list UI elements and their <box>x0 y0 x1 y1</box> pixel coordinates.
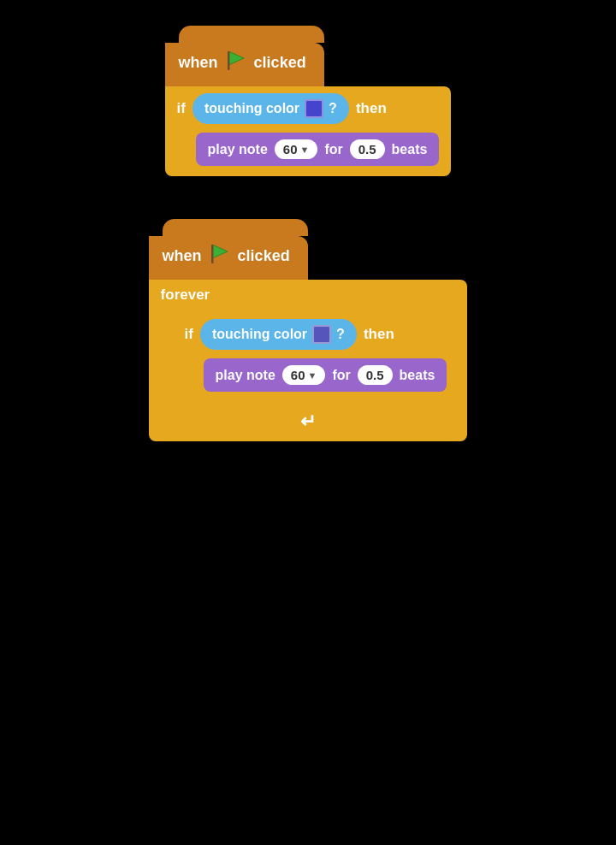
beats-value-1[interactable]: 0.5 <box>350 139 385 159</box>
forever-label-row: forever <box>149 280 468 310</box>
then-label-1: then <box>356 100 387 117</box>
beats-label-2: beats <box>400 368 435 383</box>
hat-block-1[interactable]: when clicked <box>165 26 324 86</box>
forever-end: ↵ <box>149 402 468 441</box>
clicked-label-2: clicked <box>238 247 290 265</box>
play-label-2: play note <box>216 368 275 383</box>
loop-arrow-icon: ↵ <box>300 411 316 433</box>
if-label-1: if <box>177 100 186 117</box>
hat-main-1: when clicked <box>165 43 324 86</box>
when-label-2: when <box>163 247 202 265</box>
then-label-2: then <box>364 326 394 343</box>
touching-label-1: touching color <box>204 101 299 116</box>
svg-marker-0 <box>228 51 244 65</box>
if-label-2: if <box>185 326 193 343</box>
forever-outer-2: forever if touching color ? then <box>149 280 468 441</box>
beats-label-1: beats <box>392 142 428 157</box>
green-flag-icon-2 <box>209 243 231 269</box>
hat-block-2[interactable]: when clicked <box>149 219 308 280</box>
touching-color-block-2[interactable]: touching color ? <box>200 319 357 350</box>
hat-bump-1 <box>179 26 324 43</box>
if-row-1: if touching color ? then <box>165 86 452 131</box>
play-label-1: play note <box>208 142 268 157</box>
svg-marker-2 <box>212 245 228 258</box>
beats-value-2[interactable]: 0.5 <box>358 365 393 385</box>
block-stack-1: when clicked if touching color ? then <box>165 26 452 176</box>
play-note-block-1[interactable]: play note 60 ▼ for 0.5 beats <box>196 133 440 166</box>
note-dropdown-2[interactable]: ▼ <box>308 370 317 381</box>
if-outer-1: if touching color ? then play note 60 ▼ … <box>165 86 452 176</box>
clicked-label-1: clicked <box>254 54 306 72</box>
color-swatch-1[interactable] <box>305 99 323 118</box>
question-mark-1: ? <box>329 101 337 116</box>
hat-bump-2 <box>163 219 308 236</box>
play-row-1: play note 60 ▼ for 0.5 beats <box>165 131 452 169</box>
color-swatch-2[interactable] <box>312 325 331 344</box>
for-label-1: for <box>324 142 342 157</box>
svg-rect-3 <box>211 245 214 263</box>
note-value-1[interactable]: 60 ▼ <box>275 139 318 159</box>
play-row-2: play note 60 ▼ for 0.5 beats <box>173 357 459 395</box>
note-dropdown-1[interactable]: ▼ <box>300 145 310 155</box>
when-label-1: when <box>179 54 218 72</box>
green-flag-icon-1 <box>225 50 247 76</box>
touching-label-2: touching color <box>212 327 307 342</box>
question-mark-2: ? <box>336 327 345 342</box>
if-row-2: if touching color ? then <box>173 312 459 357</box>
if-outer-2: if touching color ? then play note 60 <box>173 312 459 400</box>
block-stack-2: when clicked forever if t <box>149 219 468 441</box>
forever-label: forever <box>161 287 210 303</box>
play-note-block-2[interactable]: play note 60 ▼ for 0.5 beats <box>204 358 447 392</box>
note-value-2[interactable]: 60 ▼ <box>282 365 326 385</box>
svg-rect-1 <box>228 51 230 70</box>
hat-main-2: when clicked <box>149 236 308 280</box>
for-label-2: for <box>332 368 350 383</box>
touching-color-block-1[interactable]: touching color ? <box>192 93 349 124</box>
forever-inner: if touching color ? then play note 60 <box>149 310 468 402</box>
